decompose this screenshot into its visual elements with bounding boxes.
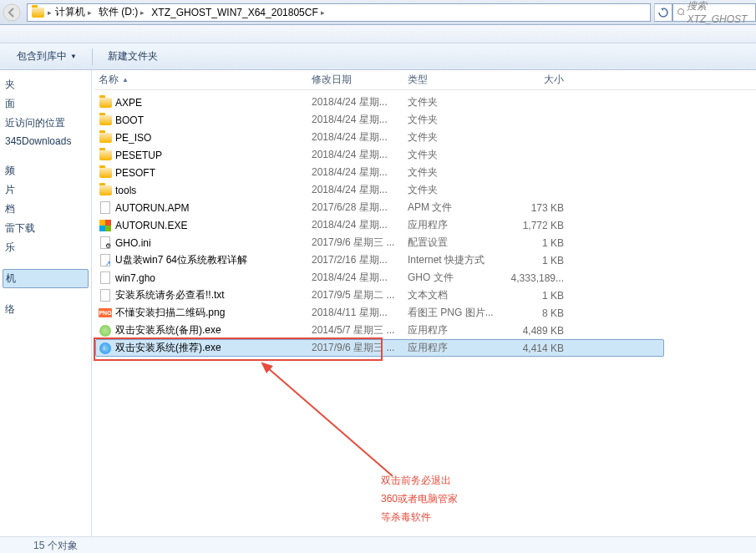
sidebar-item[interactable]: 雷下载	[0, 219, 91, 238]
breadcrumb-folder[interactable]: XTZ_GHOST_WIN7_X64_201805CF▸	[148, 4, 327, 21]
file-date: 2017/9/6 星期三 ...	[312, 341, 408, 355]
sidebar-item[interactable]: 档	[0, 200, 91, 219]
file-row[interactable]: AUTORUN.APM2017/6/28 星期...APM 文件173 KB	[95, 199, 756, 216]
folder-icon	[30, 6, 45, 19]
sidebar-item[interactable]: 面	[0, 94, 91, 114]
file-size: 8 KB	[504, 307, 579, 319]
file-name: BOOT	[115, 114, 144, 126]
file-type: 配置设置	[408, 236, 504, 250]
sidebar-item[interactable]: 345Downloads	[0, 133, 91, 150]
file-name: U盘装win7 64位系统教程详解	[115, 253, 247, 267]
file-row[interactable]: PESOFT2018/4/24 星期...文件夹	[95, 164, 756, 181]
search-input[interactable]: 搜索 XTZ_GHOST	[672, 3, 756, 22]
file-date: 2017/9/5 星期二 ...	[312, 288, 408, 302]
sidebar-item[interactable]: 夹	[0, 75, 91, 94]
file-row[interactable]: PE_ISO2018/4/24 星期...文件夹	[95, 129, 756, 146]
file-row[interactable]: PESETUP2018/4/24 星期...文件夹	[95, 146, 756, 164]
file-date: 2018/4/24 星期...	[312, 148, 408, 162]
column-type[interactable]: 类型	[408, 73, 504, 87]
breadcrumb-computer[interactable]: 计算机▸	[52, 4, 95, 21]
file-size: 1 KB	[504, 237, 579, 249]
svg-line-2	[683, 14, 684, 17]
file-date: 2018/4/11 星期...	[312, 306, 408, 320]
file-size: 1,772 KB	[504, 220, 579, 231]
file-name: AXPE	[115, 97, 142, 109]
file-type: 文件夹	[408, 183, 504, 197]
nav-back-button[interactable]	[0, 3, 23, 23]
file-type: 文件夹	[408, 148, 504, 162]
file-date: 2018/4/24 星期...	[312, 113, 408, 127]
column-name[interactable]: 名称▲	[99, 73, 312, 87]
file-size: 4,414 KB	[504, 342, 579, 354]
file-name: AUTORUN.APM	[115, 202, 189, 214]
separator	[92, 48, 93, 65]
sidebar-item[interactable]: 络	[0, 300, 91, 319]
file-date: 2014/5/7 星期三 ...	[312, 323, 408, 337]
search-icon	[677, 8, 684, 18]
file-list: AXPE2018/4/24 星期...文件夹BOOT2018/4/24 星期..…	[95, 90, 756, 357]
file-pane: 名称▲ 修改日期 类型 大小 AXPE2018/4/24 星期...文件夹BOO…	[92, 70, 756, 536]
file-type: 应用程序	[408, 341, 504, 355]
sidebar-item[interactable]: 机	[3, 269, 89, 288]
file-name: PE_ISO	[115, 132, 151, 144]
refresh-button[interactable]	[654, 3, 672, 22]
file-date: 2018/4/24 星期...	[312, 183, 408, 197]
file-row[interactable]: AXPE2018/4/24 星期...文件夹	[95, 94, 756, 111]
status-text: 15 个对象	[33, 539, 78, 553]
file-row[interactable]: U盘装win7 64位系统教程详解2017/2/16 星期...Internet…	[95, 251, 756, 269]
breadcrumb-box[interactable]: ▸ 计算机▸ 软件 (D:)▸ XTZ_GHOST_WIN7_X64_20180…	[27, 3, 651, 22]
file-name: 双击安装系统(推荐).exe	[115, 341, 221, 355]
file-name: GHO.ini	[115, 237, 151, 249]
file-row[interactable]: PNG不懂安装扫描二维码.png2018/4/11 星期...看图王 PNG 图…	[95, 304, 756, 322]
file-date: 2018/4/24 星期...	[312, 95, 408, 109]
file-row[interactable]: 双击安装系统(备用).exe2014/5/7 星期三 ...应用程序4,489 …	[95, 322, 756, 339]
file-name: 不懂安装扫描二维码.png	[115, 306, 225, 320]
annotation-text: 双击前务必退出 360或者电脑管家 等杀毒软件	[381, 471, 458, 526]
sidebar-item[interactable]: 片	[0, 180, 91, 200]
file-type: 应用程序	[408, 218, 504, 232]
file-type: 文件夹	[408, 113, 504, 127]
file-row[interactable]: AUTORUN.EXE2018/4/24 星期...应用程序1,772 KB	[95, 216, 756, 234]
breadcrumb-drive[interactable]: 软件 (D:)▸	[95, 4, 148, 21]
status-bar: 15 个对象	[0, 536, 756, 553]
file-name: 安装系统请务必查看!!.txt	[115, 288, 225, 302]
file-type: 文件夹	[408, 130, 504, 145]
annotation-arrow	[242, 359, 409, 485]
file-size: 173 KB	[504, 202, 579, 214]
file-size: 1 KB	[504, 290, 579, 302]
column-header-row: 名称▲ 修改日期 类型 大小	[95, 70, 756, 90]
svg-line-3	[267, 368, 393, 476]
file-type: 文本文档	[408, 288, 504, 302]
svg-point-0	[3, 4, 20, 21]
file-row[interactable]: tools2018/4/24 星期...文件夹	[95, 181, 756, 199]
file-row[interactable]: GHO.ini2017/9/6 星期三 ...配置设置1 KB	[95, 234, 756, 251]
file-date: 2017/9/6 星期三 ...	[312, 236, 408, 250]
search-placeholder: 搜索 XTZ_GHOST	[687, 0, 752, 25]
file-type: 应用程序	[408, 323, 504, 337]
file-row[interactable]: BOOT2018/4/24 星期...文件夹	[95, 111, 756, 129]
file-date: 2018/4/24 星期...	[312, 165, 408, 180]
file-type: 看图王 PNG 图片...	[408, 306, 504, 320]
file-size: 4,489 KB	[504, 325, 579, 337]
sidebar-item[interactable]: 频	[0, 161, 91, 180]
file-row[interactable]: win7.gho2018/4/24 星期...GHO 文件4,333,189..…	[95, 269, 756, 287]
sidebar-item[interactable]: 近访问的位置	[0, 114, 91, 133]
file-row[interactable]: 双击安装系统(推荐).exe2017/9/6 星期三 ...应用程序4,414 …	[95, 339, 664, 357]
file-name: 双击安装系统(备用).exe	[115, 323, 221, 337]
file-date: 2018/4/24 星期...	[312, 130, 408, 145]
main-area: 夹面近访问的位置345Downloads频片档雷下载乐机络 名称▲ 修改日期 类…	[0, 70, 756, 536]
file-type: Internet 快捷方式	[408, 253, 504, 267]
sidebar-item[interactable]: 乐	[0, 238, 91, 257]
file-name: tools	[115, 185, 136, 196]
include-library-button[interactable]: 包含到库中 ▼	[8, 46, 85, 67]
new-folder-button[interactable]: 新建文件夹	[99, 46, 166, 67]
file-name: PESETUP	[115, 150, 162, 161]
file-date: 2017/6/28 星期...	[312, 200, 408, 215]
file-date: 2018/4/24 星期...	[312, 218, 408, 232]
file-size: 1 KB	[504, 255, 579, 266]
file-date: 2017/2/16 星期...	[312, 253, 408, 267]
toolbar: 包含到库中 ▼ 新建文件夹	[0, 43, 756, 70]
column-date[interactable]: 修改日期	[312, 73, 408, 87]
column-size[interactable]: 大小	[504, 73, 579, 87]
file-row[interactable]: 安装系统请务必查看!!.txt2017/9/5 星期二 ...文本文档1 KB	[95, 287, 756, 304]
